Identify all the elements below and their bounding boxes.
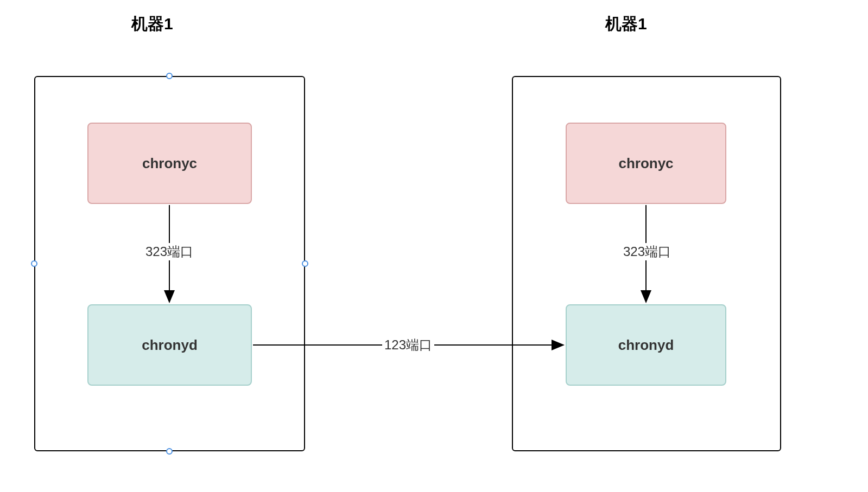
chronyd-right-node[interactable]: chronyd xyxy=(566,304,726,386)
selection-handle-bottom[interactable] xyxy=(166,448,173,455)
machine1-left-title: 机器1 xyxy=(131,13,173,35)
edge-label-port323-left: 323端口 xyxy=(143,243,195,260)
chronyd-left-label: chronyd xyxy=(142,337,198,354)
machine1-right-title: 机器1 xyxy=(605,13,647,35)
edge-label-port323-right: 323端口 xyxy=(621,243,673,260)
chronyc-left-label: chronyc xyxy=(142,155,197,172)
edge-label-port123-center: 123端口 xyxy=(382,336,434,354)
chronyd-left-node[interactable]: chronyd xyxy=(87,304,252,386)
chronyc-right-label: chronyc xyxy=(618,155,673,172)
selection-handle-left[interactable] xyxy=(31,260,37,267)
selection-handle-right[interactable] xyxy=(302,260,308,267)
chronyd-right-label: chronyd xyxy=(618,337,674,354)
diagram-canvas[interactable]: 机器1 机器1 chronyc chronyd chronyc chronyd xyxy=(0,0,868,492)
selection-handle-top[interactable] xyxy=(166,73,173,79)
chronyc-right-node[interactable]: chronyc xyxy=(566,123,726,204)
chronyc-left-node[interactable]: chronyc xyxy=(87,123,252,204)
